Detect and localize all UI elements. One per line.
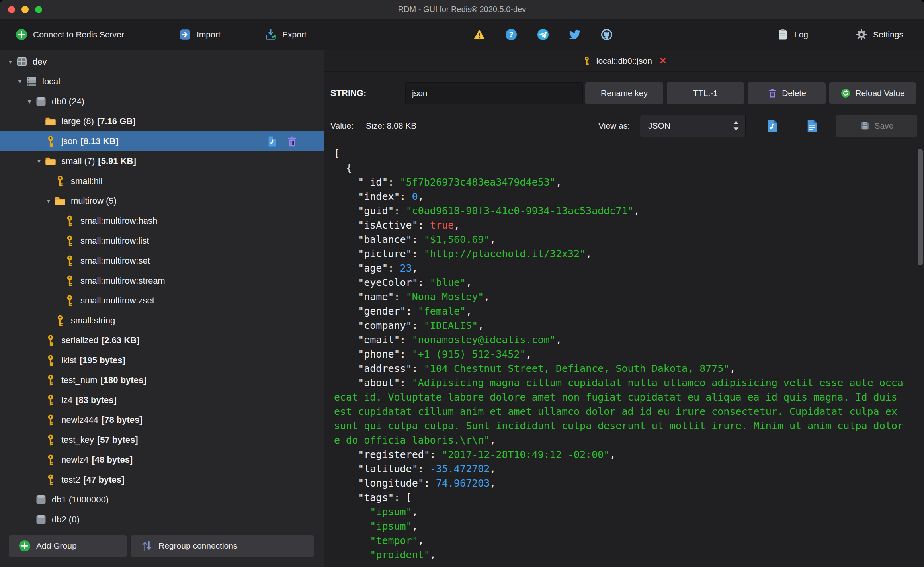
key-name-input[interactable] — [405, 82, 583, 104]
scrollbar-thumb[interactable] — [918, 149, 923, 265]
import-button[interactable]: Import — [179, 19, 221, 50]
help-icon — [505, 28, 518, 41]
collapse-arrow-icon[interactable]: ▼ — [43, 198, 54, 204]
github-button[interactable] — [600, 19, 613, 50]
tree-item-small-multirow-hash[interactable]: small:multirow:hash — [0, 211, 324, 231]
add-group-button[interactable]: Add Group — [9, 535, 127, 557]
tree-item-multirow-5[interactable]: ▼multirow (5) — [0, 191, 324, 211]
tree-item-db2-0[interactable]: db2 (0) — [0, 510, 324, 525]
content-area: ▼dev▼local▼db0 (24)large (8)[7.16 GB]jso… — [0, 50, 924, 567]
tree-item-serialized[interactable]: serialized[2.63 KB] — [0, 330, 324, 350]
stack-icon — [25, 76, 37, 88]
tree-item-label: newlz4 — [61, 455, 88, 465]
zoom-window-button[interactable] — [35, 6, 42, 13]
connect-to-redis-server-button[interactable]: Connect to Redis Server — [15, 19, 124, 50]
code-line: est cupidatat cillum anim et amet ullamc… — [334, 405, 924, 419]
tree-item-label: lkist — [61, 355, 76, 366]
collapse-arrow-icon[interactable]: ▼ — [14, 78, 25, 85]
tree-item-small-hll[interactable]: small:hll — [0, 171, 324, 191]
tree-item-test2[interactable]: test2[47 bytes] — [0, 470, 324, 490]
key-icon — [54, 175, 66, 187]
value-json-viewer[interactable]: [ { "_id": "5f7b26973c483ea3479d4e53", "… — [324, 147, 924, 567]
collapse-arrow-icon[interactable]: ▼ — [33, 158, 45, 164]
tree-item-test-num[interactable]: test_num[180 bytes] — [0, 370, 324, 390]
code-line: "tempor", — [334, 534, 924, 548]
tab-local-db0-json[interactable]: local::db0::json ✕ — [582, 56, 667, 66]
sidebar-bottom-bar: Add Group Regroup connections — [0, 525, 324, 567]
tree-item-dev[interactable]: ▼dev — [0, 52, 324, 72]
tree-item-lkist[interactable]: lkist[195 bytes] — [0, 350, 324, 370]
edit-value-icon[interactable] — [266, 135, 278, 147]
collapse-arrow-icon[interactable]: ▼ — [5, 59, 16, 65]
tree-item-newlz444[interactable]: newlz444[78 bytes] — [0, 410, 324, 430]
save-icon — [860, 121, 870, 131]
code-line: { — [334, 161, 924, 175]
twitter-icon — [568, 28, 581, 41]
log-button[interactable]: Log — [776, 19, 808, 50]
tree-item-json[interactable]: json[8.13 KB] — [0, 131, 324, 151]
tree-item-small-multirow-zset[interactable]: small:multirow:zset — [0, 291, 324, 311]
sort-arrows-icon — [141, 540, 153, 552]
telegram-icon — [537, 28, 549, 41]
tree-item-db1-1000000[interactable]: db1 (1000000) — [0, 490, 324, 510]
tree-item-small-string[interactable]: small:string — [0, 311, 324, 330]
view-as-text-icon[interactable] — [805, 119, 819, 133]
open-in-editor-icon[interactable] — [765, 119, 779, 133]
help-button[interactable] — [505, 19, 518, 50]
key-type-label: STRING: — [330, 88, 405, 98]
tree-item-small-7[interactable]: ▼small (7)[5.91 KB] — [0, 151, 324, 171]
ttl-button[interactable]: TTL:-1 — [667, 82, 744, 104]
twitter-button[interactable] — [568, 19, 581, 50]
tree-item-db0-24[interactable]: ▼db0 (24) — [0, 92, 324, 111]
tree-item-label: small:multirow:set — [80, 256, 150, 266]
tree-item-label: test_num — [61, 375, 98, 385]
rename-key-button[interactable]: Rename key — [585, 82, 663, 104]
folder-icon — [45, 155, 57, 167]
tab-bar: local::db0::json ✕ — [324, 50, 924, 72]
close-tab-icon[interactable]: ✕ — [659, 56, 666, 66]
tree-item-large-8[interactable]: large (8)[7.16 GB] — [0, 111, 324, 131]
telegram-button[interactable] — [537, 19, 549, 50]
minimize-window-button[interactable] — [21, 6, 29, 13]
save-button[interactable]: Save — [836, 115, 917, 137]
tree-item-label: local — [42, 76, 60, 87]
warning-button[interactable] — [473, 19, 486, 50]
settings-button[interactable]: Settings — [855, 19, 903, 50]
tree-item-newlz4[interactable]: newlz4[48 bytes] — [0, 450, 324, 470]
save-label: Save — [875, 121, 894, 131]
close-window-button[interactable] — [8, 6, 15, 13]
delete-label: Delete — [782, 88, 806, 98]
export-button[interactable]: Export — [264, 19, 307, 50]
regroup-label: Regroup connections — [158, 541, 237, 551]
code-line: "email": "nonamosley@idealis.com", — [334, 333, 924, 347]
regroup-connections-button[interactable]: Regroup connections — [131, 535, 314, 557]
tree-item-local[interactable]: ▼local — [0, 72, 324, 92]
tree-item-label: serialized — [61, 335, 98, 346]
key-icon — [64, 295, 76, 307]
tree-item-lz4[interactable]: lz4[83 bytes] — [0, 390, 324, 410]
tree-item-small-multirow-stream[interactable]: small:multirow:stream — [0, 271, 324, 291]
collapse-arrow-icon[interactable]: ▼ — [24, 98, 35, 105]
tree-item-small-multirow-list[interactable]: small:multirow:list — [0, 231, 324, 251]
tree-item-size: [195 bytes] — [80, 355, 125, 366]
code-line: "proident", — [334, 548, 924, 562]
export-icon — [264, 28, 277, 41]
tree-item-test-key[interactable]: test_key[57 bytes] — [0, 430, 324, 450]
key-icon — [64, 235, 76, 247]
folder-icon — [54, 195, 66, 207]
reload-value-button[interactable]: Reload Value — [829, 82, 916, 104]
code-line: ecat id. Voluptate labore dolore amet no… — [334, 390, 924, 405]
view-as-select[interactable]: JSON — [640, 115, 746, 137]
key-icon — [45, 394, 57, 406]
tree-item-small-multirow-set[interactable]: small:multirow:set — [0, 251, 324, 271]
key-icon — [45, 354, 57, 366]
window-title: RDM - GUI for Redis® 2020.5.0-dev — [0, 5, 924, 14]
delete-key-icon[interactable] — [286, 135, 298, 147]
delete-key-button[interactable]: Delete — [748, 82, 826, 104]
key-icon — [582, 56, 592, 66]
tree-item-label: db2 (0) — [52, 514, 80, 525]
code-line: "balance": "$1,560.69", — [334, 233, 924, 247]
tree-item-label: small:string — [71, 315, 115, 326]
tab-label: local::db0::json — [596, 56, 652, 66]
titlebar[interactable]: RDM - GUI for Redis® 2020.5.0-dev — [0, 0, 924, 19]
